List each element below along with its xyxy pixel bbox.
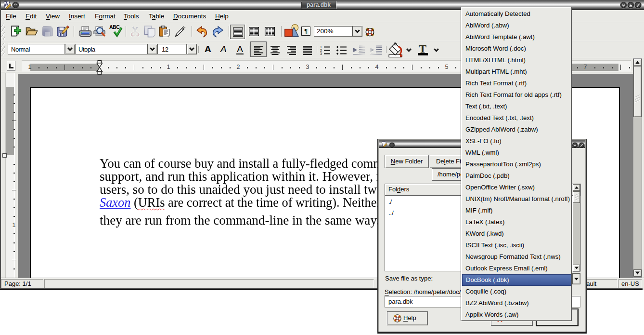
- svg-text:3: 3: [320, 52, 322, 55]
- svg-text:ABC: ABC: [109, 24, 120, 30]
- svg-text:1: 1: [320, 45, 322, 49]
